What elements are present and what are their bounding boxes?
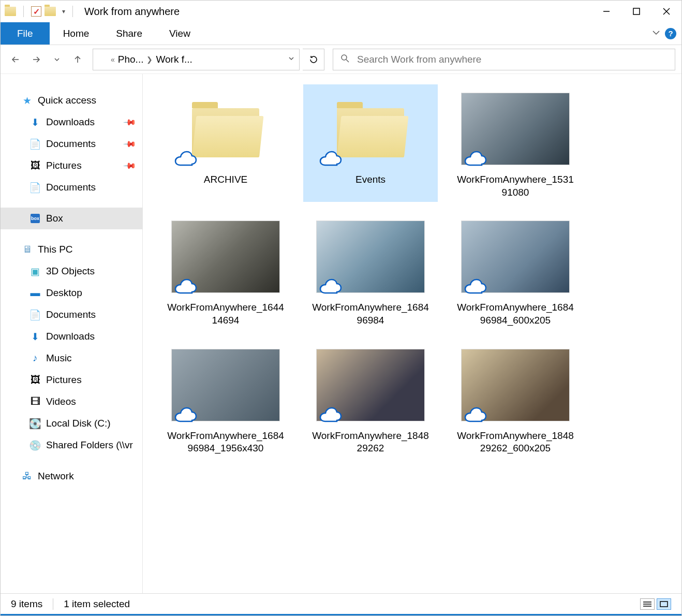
sidebar-item-label: Desktop [46,287,82,299]
properties-icon[interactable]: ✓ [31,6,41,17]
folder-icon[interactable] [45,7,56,16]
pin-icon: 📌 [123,137,137,151]
address-bar[interactable]: « Pho... ❯ Work f... [93,49,300,70]
folder-icon [5,7,16,16]
sidebar-item-label: Documents [46,138,96,150]
file-item[interactable]: WorkFromAnywhere_168496984_600x205 [448,212,583,330]
tab-file[interactable]: File [1,22,50,45]
cloud-icon [318,150,343,168]
quick-launch: ✓ ▾ [5,6,77,17]
sidebar-item-label: 3D Objects [46,266,95,277]
status-bar: 9 items 1 item selected [1,593,681,614]
close-button[interactable] [651,1,681,22]
address-dropdown-icon[interactable] [288,55,295,64]
pictures-icon: 🖼 [29,160,41,171]
ribbon: File Home Share View ? [1,22,681,45]
up-button[interactable] [69,51,86,68]
tab-view[interactable]: View [156,22,204,45]
sidebar-item-videos[interactable]: 🎞Videos [1,391,142,413]
sidebar-item-pictures[interactable]: 🖼Pictures [1,369,142,391]
back-button[interactable] [7,51,24,68]
sidebar-item-documents[interactable]: 📄Documents [1,304,142,326]
sidebar-item-label: Quick access [38,95,96,106]
file-name: WorkFromAnywhere_168496984 [311,301,430,327]
sidebar-item-label: Documents [46,309,96,320]
file-item[interactable]: WorkFromAnywhere_184829262_600x205 [448,341,583,458]
recent-dropdown-icon[interactable] [48,51,66,68]
pin-icon: 📌 [123,115,137,129]
sidebar-item-local-disk[interactable]: 💽Local Disk (C:) [1,413,142,434]
forward-button[interactable] [27,51,45,68]
sidebar-item-documents[interactable]: 📄Documents [1,177,142,198]
sidebar-item-label: Documents [46,182,96,193]
ribbon-expand-icon[interactable] [651,28,661,39]
search-box[interactable] [333,49,675,70]
pictures-icon: 🖼 [29,374,41,386]
svg-line-8 [346,60,349,62]
file-name: WorkFromAnywhere_153191080 [456,173,575,199]
file-item[interactable]: Events [303,84,438,202]
sidebar-item-desktop[interactable]: ▬Desktop [1,282,142,304]
download-icon: ⬇ [29,116,41,128]
file-item[interactable]: WorkFromAnywhere_184829262 [303,341,438,458]
network-drive-icon: 💿 [29,439,41,451]
folder-icon [97,55,108,64]
network-icon: 🖧 [21,471,33,482]
tab-home[interactable]: Home [50,22,103,45]
disk-icon: 💽 [29,418,41,429]
cloud-icon [173,150,198,168]
sidebar-item-label: Downloads [46,116,95,128]
sidebar-item-downloads[interactable]: ⬇Downloads📌 [1,111,142,133]
file-name: WorkFromAnywhere_168496984_600x205 [456,301,575,327]
sidebar-item-downloads[interactable]: ⬇Downloads [1,326,142,347]
file-item[interactable]: WorkFromAnywhere_153191080 [448,84,583,202]
file-item[interactable]: WorkFromAnywhere_168496984 [303,212,438,330]
file-item[interactable]: WorkFromAnywhere_164414694 [158,212,293,330]
item-count: 9 items [11,598,42,610]
navigation-pane: ★Quick access ⬇Downloads📌 📄Documents📌 🖼P… [1,74,143,593]
sidebar-item-shared[interactable]: 💿Shared Folders (\\vr [1,434,142,456]
cube-icon: ▣ [29,266,41,277]
refresh-button[interactable] [303,49,324,70]
sidebar-item-quick-access[interactable]: ★Quick access [1,90,142,111]
maximize-button[interactable] [621,1,651,22]
svg-rect-1 [633,8,640,14]
breadcrumb-segment[interactable]: Work f... [156,54,192,65]
title-bar: ✓ ▾ Work from anywhere [1,1,681,22]
sidebar-item-documents[interactable]: 📄Documents📌 [1,133,142,155]
help-button[interactable]: ? [665,28,676,39]
sidebar-item-label: Pictures [46,160,82,171]
sidebar-item-pictures[interactable]: 🖼Pictures📌 [1,155,142,177]
sidebar-item-label: This PC [38,244,73,255]
details-view-button[interactable] [640,598,655,610]
file-item[interactable]: ARCHIVE [158,84,293,202]
cloud-icon [318,406,343,424]
pc-icon: 🖥 [21,244,33,255]
thumbnails-view-button[interactable] [657,598,671,610]
sidebar-item-box[interactable]: boxBox [1,208,142,229]
document-icon: 📄 [29,138,41,150]
tab-share[interactable]: Share [102,22,156,45]
sidebar-item-label: Network [38,471,74,482]
file-list[interactable]: ARCHIVEEventsWorkFromAnywhere_153191080W… [143,74,681,593]
sidebar-item-network[interactable]: 🖧Network [1,465,142,487]
sidebar-item-label: Box [46,213,63,224]
qat-dropdown-icon[interactable]: ▾ [62,8,65,15]
sidebar-item-3d-objects[interactable]: ▣3D Objects [1,260,142,282]
sidebar-item-label: Downloads [46,331,95,342]
cloud-icon [173,277,198,296]
file-name: WorkFromAnywhere_168496984_1956x430 [166,430,285,455]
breadcrumb-segment[interactable]: Pho... [118,54,144,65]
nav-bar: « Pho... ❯ Work f... [1,45,681,74]
file-item[interactable]: WorkFromAnywhere_168496984_1956x430 [158,341,293,458]
cloud-icon [463,277,488,296]
chevron-right-icon[interactable]: ❯ [146,55,153,64]
search-icon [340,54,350,65]
minimize-button[interactable] [591,1,621,22]
sidebar-item-this-pc[interactable]: 🖥This PC [1,239,142,260]
search-input[interactable] [357,54,668,65]
svg-rect-12 [660,602,668,607]
folder-icon [334,100,407,157]
cloud-icon [463,150,488,168]
sidebar-item-music[interactable]: ♪Music [1,347,142,369]
